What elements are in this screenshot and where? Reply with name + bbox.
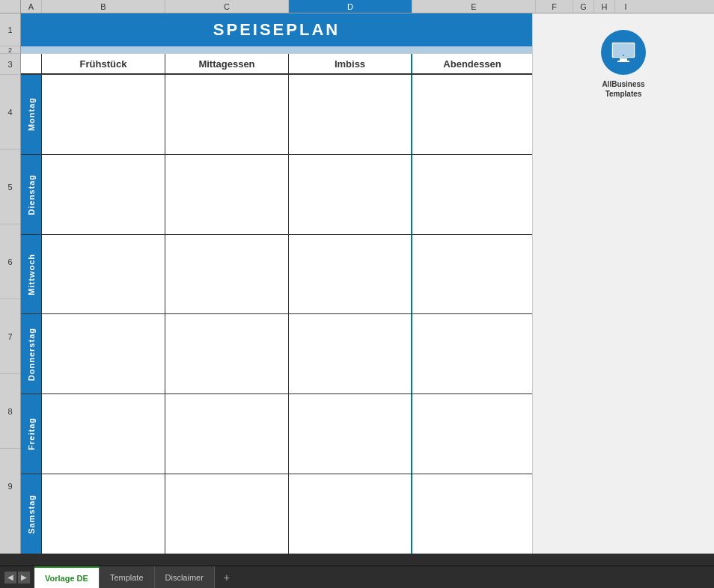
spreadsheet-title: SPEISEPLAN [213,20,340,40]
meal-header-imbiss: Imbiss [289,54,412,73]
day-label-mittwoch: Mittwoch [21,235,42,314]
horizontal-scrollbar[interactable] [0,554,714,566]
cell-dienstag-mittagessen[interactable] [165,155,289,234]
row-num-7[interactable]: 7 [0,299,20,374]
day-col-header-spacer [21,54,42,73]
day-label-samstag: Samstag [21,474,42,554]
cell-montag-mittagessen[interactable] [165,75,289,154]
tab-add-button[interactable]: + [218,566,236,588]
row-num-9[interactable]: 9 [0,449,20,524]
cell-mittwoch-fruhstuck[interactable] [42,235,165,314]
meal-header-abendessen: Abendessen [412,54,532,73]
cell-mittwoch-abendessen[interactable] [412,235,532,314]
col-header-d[interactable]: D [289,0,412,13]
col-header-e[interactable]: E [412,0,536,13]
cell-samstag-abendessen[interactable] [412,474,532,554]
meal-header-mittagessen: Mittagessen [165,54,289,73]
column-headers: A B C D E F G H I [0,0,714,13]
cell-donnerstag-imbiss[interactable] [289,314,412,393]
cell-samstag-imbiss[interactable] [289,474,412,554]
row-numbers: 1 2 3 4 5 6 7 8 9 [0,13,21,554]
row-num-8[interactable]: 8 [0,374,20,449]
tabs-list: Vorlage DE Template Disclaimer [34,566,215,588]
cell-montag-fruhstuck[interactable] [42,75,165,154]
row-samstag: Samstag [21,474,532,554]
sheet-content: SPEISEPLAN Frühstück Mittagessen Imbiss … [21,13,532,554]
header-row: Frühstück Mittagessen Imbiss Abendessen [21,54,532,75]
svg-point-4 [623,55,624,56]
row-dienstag: Dienstag [21,155,532,235]
col-header-f[interactable]: F [536,0,573,13]
col-header-b[interactable]: B [42,0,165,13]
row-montag: Montag [21,75,532,155]
cell-donnerstag-abendessen[interactable] [412,314,532,393]
row-donnerstag: Donnerstag [21,314,532,394]
data-rows: Montag Dienstag [21,75,532,554]
col-header-i[interactable]: I [615,0,636,13]
row-num-5[interactable]: 5 [0,150,20,224]
cell-samstag-mittagessen[interactable] [165,474,289,554]
tab-nav-buttons: ◀ ▶ [0,566,34,588]
row-num-4[interactable]: 4 [0,75,20,150]
row-num-3[interactable]: 3 [0,54,20,75]
cell-montag-abendessen[interactable] [412,75,532,154]
corner-spacer [0,0,21,13]
tab-disclaimer[interactable]: Disclaimer [155,566,215,588]
meal-header-fruhstuck: Frühstück [42,54,165,73]
day-label-donnerstag: Donnerstag [21,314,42,393]
cell-freitag-abendessen[interactable] [412,394,532,474]
cell-dienstag-fruhstuck[interactable] [42,155,165,234]
cell-mittwoch-mittagessen[interactable] [165,235,289,314]
tab-template[interactable]: Template [100,566,155,588]
row-freitag: Freitag [21,394,532,474]
col-header-h[interactable]: H [594,0,615,13]
tab-bar: ◀ ▶ Vorlage DE Template Disclaimer + [0,566,714,588]
cell-montag-imbiss[interactable] [289,75,412,154]
day-label-freitag: Freitag [21,394,42,474]
tab-nav-left[interactable]: ◀ [4,572,16,584]
row-num-1[interactable]: 1 [0,13,20,46]
row-mittwoch: Mittwoch [21,235,532,315]
sidebar: AllBusiness Templates [532,13,714,554]
spacer-row [21,46,532,54]
svg-rect-2 [617,61,629,62]
cell-dienstag-imbiss[interactable] [289,155,412,234]
cell-dienstag-abendessen[interactable] [412,155,532,234]
tab-nav-right[interactable]: ▶ [18,572,30,584]
tab-vorlage-de[interactable]: Vorlage DE [34,566,100,588]
logo-circle [601,30,646,75]
row-num-2[interactable]: 2 [0,46,20,54]
col-header-a[interactable]: A [21,0,42,13]
sheet-body: 1 2 3 4 5 6 7 8 9 SPEISEPLAN Frühstück [0,13,714,554]
cell-freitag-imbiss[interactable] [289,394,412,474]
cell-freitag-fruhstuck[interactable] [42,394,165,474]
cell-mittwoch-imbiss[interactable] [289,235,412,314]
brand-text: AllBusiness Templates [602,79,644,99]
row-num-6[interactable]: 6 [0,224,20,299]
col-header-c[interactable]: C [165,0,289,13]
title-row: SPEISEPLAN [21,13,532,46]
monitor-icon [610,40,637,64]
day-label-dienstag: Dienstag [21,155,42,234]
col-header-g[interactable]: G [573,0,594,13]
cell-samstag-fruhstuck[interactable] [42,474,165,554]
cell-freitag-mittagessen[interactable] [165,394,289,474]
cell-donnerstag-mittagessen[interactable] [165,314,289,393]
day-label-montag: Montag [21,75,42,154]
cell-donnerstag-fruhstuck[interactable] [42,314,165,393]
